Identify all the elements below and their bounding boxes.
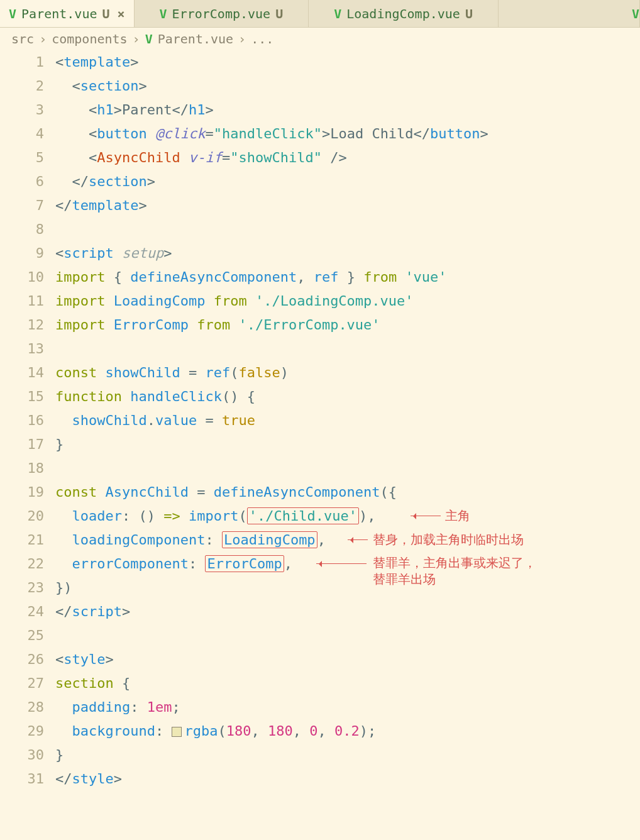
annotation-arrow	[316, 563, 367, 564]
annotation-label: 主角	[445, 507, 470, 524]
vue-icon: V	[334, 6, 341, 21]
code-line: }	[55, 433, 640, 456]
code-line: import { defineAsyncComponent, ref } fro…	[55, 265, 640, 289]
annotation-label: 替罪羊出场	[373, 571, 436, 588]
code-line: </section>	[55, 170, 640, 194]
code-line: <section>	[55, 74, 640, 98]
tab-loadingcomp-vue[interactable]: V LoadingComp.vue U	[309, 0, 499, 27]
chevron-right-icon: ›	[133, 31, 140, 47]
color-swatch-icon	[172, 727, 182, 737]
code-line: <style>	[55, 648, 640, 671]
code-line: const showChild = ref(false)	[55, 361, 640, 385]
code-line	[55, 218, 640, 241]
chevron-right-icon: ›	[238, 31, 246, 47]
tab-modified-indicator: U	[102, 6, 109, 21]
vue-icon: V	[145, 31, 153, 47]
annotation-label: 替身，加载主角时临时出场	[373, 531, 524, 548]
code-line: <script setup>	[55, 241, 640, 265]
breadcrumb-segment[interactable]: Parent.vue	[158, 31, 233, 47]
breadcrumb-more[interactable]: ...	[251, 31, 273, 47]
code-area[interactable]: <template> <section> <h1>Parent</h1> <bu…	[55, 50, 640, 791]
code-line: section {	[55, 671, 640, 695]
code-line	[55, 337, 640, 361]
code-editor[interactable]: 123 456 789 101112 131415 161718 192021 …	[0, 50, 640, 791]
vue-icon: V	[632, 6, 639, 21]
tab-label: Parent.vue	[21, 6, 97, 21]
breadcrumb-segment[interactable]: src	[11, 31, 34, 47]
tab-modified-indicator: U	[275, 6, 283, 21]
code-line: showChild.value = true	[55, 409, 640, 433]
chevron-right-icon: ›	[39, 31, 47, 47]
breadcrumb-segment[interactable]: components	[52, 31, 127, 47]
vue-icon: V	[9, 6, 16, 21]
tab-parent-vue[interactable]: V Parent.vue U ×	[0, 0, 135, 27]
code-line: loader: () => import('./Child.vue'),	[55, 504, 640, 528]
tab-label: LoadingComp.vue	[346, 6, 460, 21]
code-line: const AsyncChild = defineAsyncComponent(…	[55, 480, 640, 504]
code-line: }	[55, 743, 640, 767]
code-line: background: rgba(180, 180, 0, 0.2);	[55, 719, 640, 743]
code-line: import LoadingComp from './LoadingComp.v…	[55, 289, 640, 313]
code-line: <AsyncChild v-if="showChild" />	[55, 146, 640, 170]
code-line	[55, 456, 640, 480]
code-line: })	[55, 576, 640, 600]
code-line: padding: 1em;	[55, 695, 640, 719]
tab-errorcomp-vue[interactable]: V ErrorComp.vue U	[135, 0, 309, 27]
tab-label: ErrorComp.vue	[172, 6, 271, 21]
code-line: <template>	[55, 50, 640, 74]
code-line: </script>	[55, 600, 640, 624]
code-line: </template>	[55, 194, 640, 218]
vue-icon: V	[160, 6, 167, 21]
line-number-gutter: 123 456 789 101112 131415 161718 192021 …	[0, 50, 55, 791]
code-line	[55, 624, 640, 648]
annotation-arrow	[348, 539, 368, 540]
annotation-label: 替罪羊，主角出事或来迟了，	[373, 555, 536, 572]
code-line: <h1>Parent</h1>	[55, 98, 640, 122]
code-line: errorComponent: ErrorComp,	[55, 552, 640, 576]
code-line: function handleClick() {	[55, 385, 640, 409]
code-line: import ErrorComp from './ErrorComp.vue'	[55, 313, 640, 337]
close-icon[interactable]: ×	[118, 6, 125, 21]
tab-overflow[interactable]: V	[499, 0, 640, 27]
tab-bar: V Parent.vue U × V ErrorComp.vue U V Loa…	[0, 0, 640, 28]
code-line: </style>	[55, 767, 640, 791]
code-line: <button @click="handleClick">Load Child<…	[55, 122, 640, 146]
tab-modified-indicator: U	[465, 6, 473, 21]
breadcrumb: src › components › V Parent.vue › ...	[0, 28, 640, 50]
annotation-arrow	[411, 516, 441, 516]
